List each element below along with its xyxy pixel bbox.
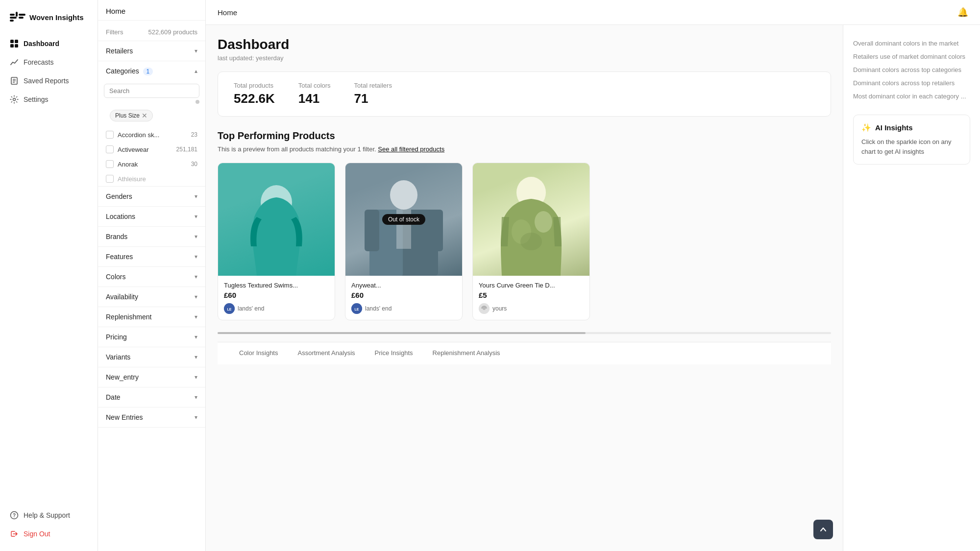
sidebar-item-forecasts-label: Forecasts [24, 58, 53, 66]
product-info-2: Yours Curve Green Tie D... £5 yours [473, 276, 589, 320]
filter-genders-toggle[interactable]: Genders ▾ [98, 187, 205, 206]
tab-color-insights[interactable]: Color Insights [229, 342, 288, 364]
bell-icon[interactable]: 🔔 [957, 7, 968, 18]
filter-section-new-entry: New_entry ▾ [98, 367, 205, 387]
stat-total-products: Total products 522.6K [234, 82, 275, 106]
sidebar-item-dashboard-label: Dashboard [24, 40, 59, 48]
dashboard-subtitle: last updated: yesterday [218, 54, 831, 62]
right-link-4[interactable]: Most dominant color in each category ... [853, 90, 970, 103]
svg-rect-0 [10, 14, 15, 16]
filter-colors-chevron: ▾ [195, 273, 197, 280]
stat-products-value: 522.6K [234, 91, 275, 106]
svg-text:?: ? [13, 513, 16, 518]
filter-indicator-dot [196, 100, 199, 104]
sidebar-item-saved-reports[interactable]: Saved Reports [0, 72, 98, 90]
filter-locations-toggle[interactable]: Locations ▾ [98, 207, 205, 226]
products-grid: Tugless Textured Swims... £60 LE lands' … [218, 163, 831, 320]
filter-category-count-2: 30 [191, 161, 197, 168]
filter-brands-toggle[interactable]: Brands ▾ [98, 227, 205, 246]
filter-features-toggle[interactable]: Features ▾ [98, 247, 205, 266]
filter-section-pricing: Pricing ▾ [98, 327, 205, 347]
filter-section-genders: Genders ▾ [98, 187, 205, 207]
right-link-1[interactable]: Retailers use of market dominant colors [853, 50, 970, 63]
see-all-link[interactable]: See all filtered products [378, 145, 444, 153]
stat-total-retailers: Total retailers 71 [354, 82, 392, 106]
filter-checkbox-accordion[interactable] [106, 131, 114, 139]
filter-section-replenishment: Replenishment ▾ [98, 307, 205, 327]
ai-insights-title: AI Insights [875, 123, 913, 132]
tab-price-insights[interactable]: Price Insights [365, 342, 423, 364]
filter-availability-toggle[interactable]: Availability ▾ [98, 287, 205, 307]
ai-insights-card: ✨ AI Insights Click on the sparkle icon … [853, 115, 970, 165]
tab-replenishment-analysis[interactable]: Replenishment Analysis [423, 342, 510, 364]
sidebar-item-settings-label: Settings [24, 96, 49, 103]
filter-new-entry-chevron: ▾ [195, 374, 197, 381]
right-link-2[interactable]: Dominant colors across top categories [853, 63, 970, 76]
product-figure-2 [473, 163, 589, 276]
filter-new-entry-label: New_entry [106, 373, 139, 381]
filter-checkbox-anorak[interactable] [106, 160, 114, 168]
filter-features-chevron: ▾ [195, 253, 197, 260]
horizontal-scrollbar[interactable] [218, 332, 831, 334]
filter-date-label: Date [106, 393, 121, 401]
filter-category-name-2: Anorak [118, 161, 138, 168]
filter-checkbox-activewear[interactable] [106, 145, 114, 153]
sidebar-item-help[interactable]: ? Help & Support [0, 506, 98, 525]
sign-out-icon [10, 529, 19, 538]
filter-pricing-toggle[interactable]: Pricing ▾ [98, 327, 205, 347]
filter-category-name-0: Accordion sk... [118, 131, 159, 139]
svg-point-14 [13, 98, 16, 101]
product-name-1: Anyweat... [351, 282, 456, 289]
right-link-0[interactable]: Overall dominant colors in the market [853, 37, 970, 50]
svg-rect-5 [19, 17, 24, 19]
filter-date-toggle[interactable]: Date ▾ [98, 387, 205, 407]
filter-replenishment-toggle[interactable]: Replenishment ▾ [98, 307, 205, 327]
top-products-title: Top Performing Products [218, 130, 831, 142]
filter-brands-label: Brands [106, 233, 127, 240]
filter-variants-toggle[interactable]: Variants ▾ [98, 347, 205, 367]
reports-icon [10, 76, 19, 85]
svg-point-33 [483, 307, 486, 310]
scroll-up-button[interactable] [813, 520, 833, 539]
product-price-1: £60 [351, 291, 456, 299]
stat-products-label: Total products [234, 82, 275, 89]
filter-section-categories: Categories 1 ▴ Plus Size ✕ Accordion sk.… [98, 61, 205, 187]
filter-tag-remove[interactable]: ✕ [142, 112, 147, 120]
filter-date-chevron: ▾ [195, 394, 197, 401]
sidebar-item-settings[interactable]: Settings [0, 90, 98, 109]
app-name: Woven Insights [29, 13, 84, 22]
filter-retailers-toggle[interactable]: Retailers ▾ [98, 41, 205, 61]
help-icon: ? [10, 511, 19, 520]
tab-assortment-analysis[interactable]: Assortment Analysis [288, 342, 365, 364]
filter-genders-label: Genders [106, 192, 132, 200]
product-badge-1: Out of stock [382, 214, 425, 225]
svg-text:LE: LE [227, 308, 232, 311]
filter-categories-toggle[interactable]: Categories 1 ▴ [98, 61, 205, 81]
filter-new-entry-toggle[interactable]: New_entry ▾ [98, 367, 205, 387]
sign-out-button[interactable]: Sign Out [0, 525, 98, 543]
forecasts-icon [10, 58, 19, 67]
filter-section-features: Features ▾ [98, 247, 205, 267]
filter-section-new-entries: New Entries ▾ [98, 407, 205, 428]
filter-locations-chevron: ▾ [195, 213, 197, 220]
filter-categories-search-input[interactable] [104, 84, 199, 98]
stat-retailers-label: Total retailers [354, 82, 392, 89]
sidebar-item-dashboard[interactable]: Dashboard [0, 34, 98, 53]
filter-new-entries-label: New Entries [106, 413, 143, 421]
topbar: Home 🔔 [206, 0, 980, 25]
filter-category-name-3: Athleisure [118, 175, 146, 183]
filter-retailers-label: Retailers [106, 47, 133, 55]
right-link-3[interactable]: Dominant colors across top retailers [853, 76, 970, 90]
ai-insights-text: Click on the sparkle icon on any chart t… [861, 137, 962, 156]
filter-checkbox-athleisure[interactable] [106, 175, 114, 183]
filter-new-entries-toggle[interactable]: New Entries ▾ [98, 407, 205, 427]
product-retailer-2: yours [479, 303, 584, 314]
filter-section-brands: Brands ▾ [98, 227, 205, 247]
filter-category-item-3: Athleisure [98, 171, 205, 186]
filter-section-retailers: Retailers ▾ [98, 41, 205, 61]
svg-rect-1 [10, 17, 17, 19]
filter-colors-toggle[interactable]: Colors ▾ [98, 267, 205, 287]
sidebar-item-forecasts[interactable]: Forecasts [0, 53, 98, 72]
filter-variants-label: Variants [106, 353, 130, 361]
product-price-0: £60 [224, 291, 329, 299]
